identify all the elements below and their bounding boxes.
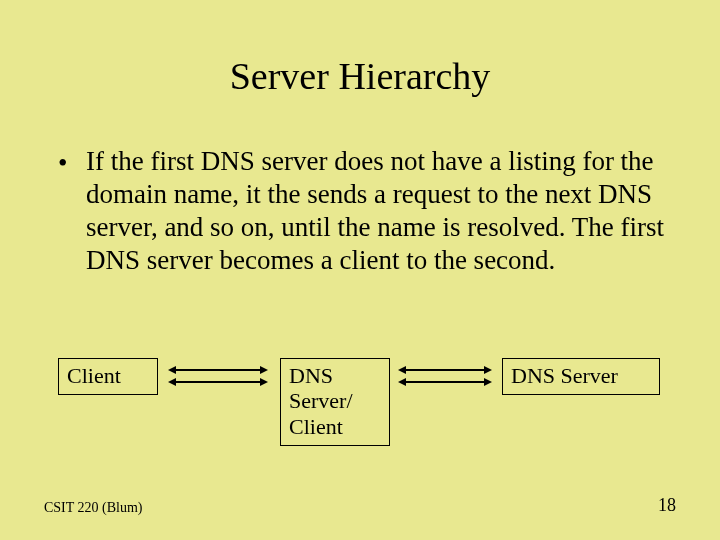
svg-marker-1 [260,366,268,374]
svg-marker-11 [398,378,406,386]
bullet-text: If the first DNS server does not have a … [86,145,668,277]
slide: Server Hierarchy • If the first DNS serv… [0,0,720,540]
diagram-node-mid: DNS Server/ Client [280,358,390,446]
bullet-list: • If the first DNS server does not have … [58,145,668,277]
slide-title: Server Hierarchy [0,54,720,98]
page-number: 18 [658,495,676,516]
diagram-node-client: Client [58,358,158,395]
footer-course: CSIT 220 (Blum) [44,500,143,516]
bullet-marker: • [58,145,86,277]
bullet-item: • If the first DNS server does not have … [58,145,668,277]
svg-marker-8 [398,366,406,374]
svg-marker-5 [168,378,176,386]
svg-marker-2 [168,366,176,374]
svg-marker-10 [484,378,492,386]
diagram: Client DNS Server/ Client DNS Server [58,358,668,458]
svg-marker-7 [484,366,492,374]
arrow-mid-to-server [398,364,492,388]
diagram-node-server: DNS Server [502,358,660,395]
arrow-client-to-mid [168,364,268,388]
svg-marker-4 [260,378,268,386]
